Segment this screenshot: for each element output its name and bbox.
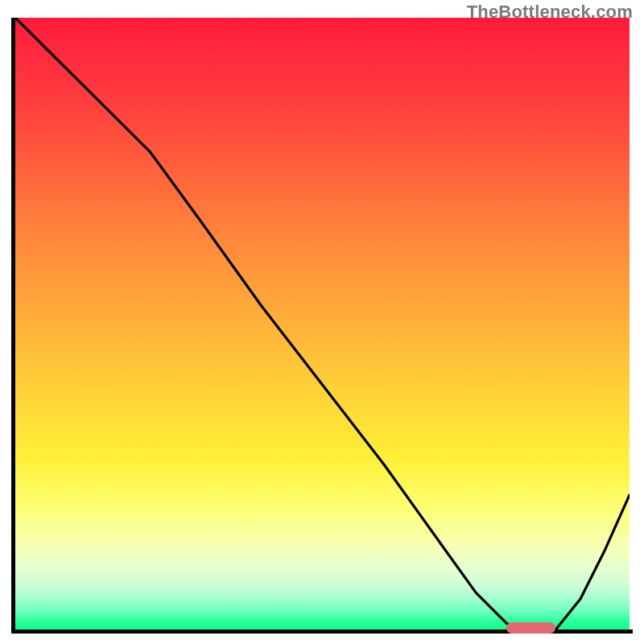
plot-area <box>15 18 630 630</box>
curve-layer <box>15 18 630 630</box>
bottleneck-curve <box>15 18 630 630</box>
bottleneck-marker <box>506 622 555 634</box>
chart-stage: TheBottleneck.com <box>0 0 644 644</box>
